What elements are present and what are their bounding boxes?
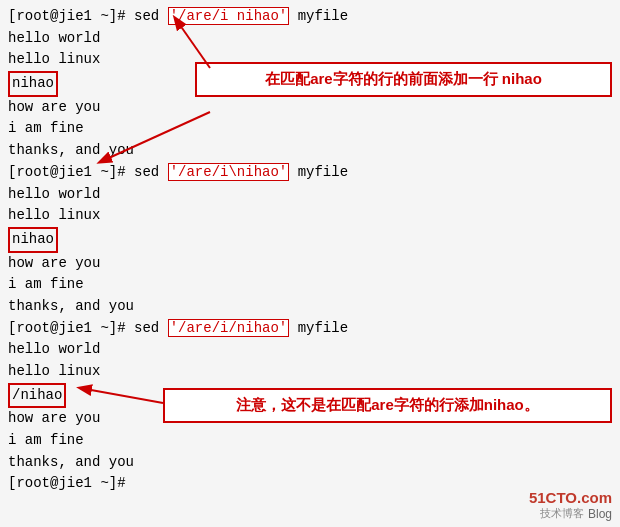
nihao-box-1: nihao: [8, 71, 58, 97]
cmd-line-1: [root@jie1 ~]# sed '/are/i nihao' myfile: [8, 6, 612, 28]
output-1-6: thanks, and you: [8, 140, 612, 162]
watermark-tech: 技术博客: [540, 506, 584, 521]
cmd-highlight-1: '/are/i nihao': [168, 7, 290, 25]
cmd-last-line: [root@jie1 ~]#: [8, 473, 612, 495]
cmd-prefix-1: [root@jie1 ~]# sed: [8, 8, 168, 24]
annotation-top: 在匹配are字符的行的前面添加一行 nihao: [195, 62, 612, 97]
output-1-5: i am fine: [8, 118, 612, 140]
cmd-suffix-1: myfile: [289, 8, 348, 24]
watermark: 51CTO.com 技术博客 Blog: [529, 489, 612, 521]
watermark-site: 51CTO.com: [529, 489, 612, 506]
cmd-suffix-2: myfile: [289, 164, 348, 180]
output-3-5: i am fine: [8, 430, 612, 452]
annotation-bottom: 注意，这不是在匹配are字符的行添加nihao。: [163, 388, 612, 423]
output-2-1: hello world: [8, 184, 612, 206]
nihao-box-2: nihao: [8, 227, 58, 253]
output-3-1: hello world: [8, 339, 612, 361]
output-2-2: hello linux: [8, 205, 612, 227]
cmd-line-2: [root@jie1 ~]# sed '/are/i\nihao' myfile: [8, 162, 612, 184]
output-2-3: nihao: [8, 227, 612, 253]
output-2-5: i am fine: [8, 274, 612, 296]
cmd-prefix-2: [root@jie1 ~]# sed: [8, 164, 168, 180]
cmd-prefix-3: [root@jie1 ~]# sed: [8, 320, 168, 336]
output-1-4: how are you: [8, 97, 612, 119]
cmd-highlight-2: '/are/i\nihao': [168, 163, 290, 181]
output-2-6: thanks, and you: [8, 296, 612, 318]
output-3-6: thanks, and you: [8, 452, 612, 474]
cmd-line-3: [root@jie1 ~]# sed '/are/i/nihao' myfile: [8, 318, 612, 340]
output-3-2: hello linux: [8, 361, 612, 383]
cmd-suffix-3: myfile: [289, 320, 348, 336]
watermark-blog: Blog: [588, 507, 612, 521]
output-2-4: how are you: [8, 253, 612, 275]
cmd-highlight-3: '/are/i/nihao': [168, 319, 290, 337]
output-1-1: hello world: [8, 28, 612, 50]
nihao-box-3: /nihao: [8, 383, 66, 409]
